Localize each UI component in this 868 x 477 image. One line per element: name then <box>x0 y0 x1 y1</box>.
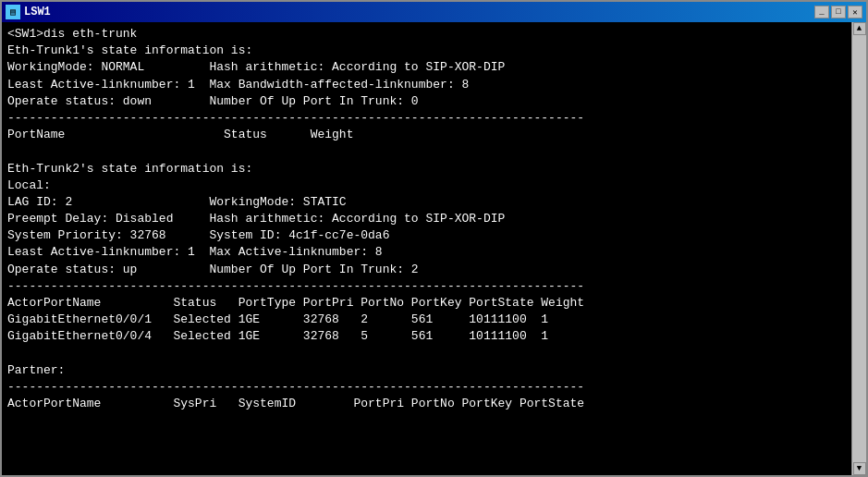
window-title: LSW1 <box>24 6 51 18</box>
title-bar: ▤ LSW1 _ □ ✕ <box>2 2 866 22</box>
minimize-button[interactable]: _ <box>814 6 829 18</box>
title-bar-left: ▤ LSW1 <box>6 5 51 19</box>
terminal[interactable]: <SW1>dis eth-trunk Eth-Trunk1's state in… <box>2 22 851 475</box>
close-button[interactable]: ✕ <box>848 6 862 18</box>
window-icon: ▤ <box>6 5 20 19</box>
maximize-button[interactable]: □ <box>831 6 846 18</box>
main-window: ▤ LSW1 _ □ ✕ <SW1>dis eth-trunk Eth-Trun… <box>0 0 868 477</box>
scroll-up-button[interactable]: ▲ <box>853 22 866 35</box>
title-bar-buttons: _ □ ✕ <box>814 6 862 18</box>
scrollbar[interactable]: ▲ ▼ <box>851 22 866 475</box>
content-area: <SW1>dis eth-trunk Eth-Trunk1's state in… <box>2 22 866 475</box>
scroll-down-button[interactable]: ▼ <box>853 462 866 475</box>
